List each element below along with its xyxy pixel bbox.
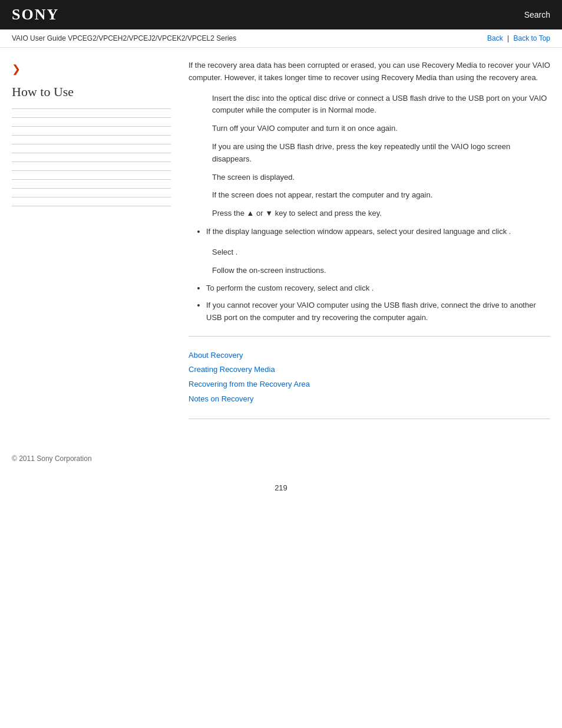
nav-separator: | <box>507 34 509 42</box>
nav-links: Back | Back to Top <box>487 34 550 42</box>
content-indented-8: Follow the on-screen instructions. <box>212 265 550 277</box>
related-links: About RecoveryCreating Recovery MediaRec… <box>189 348 550 407</box>
sidebar-divider-2 <box>12 117 171 118</box>
back-to-top-link[interactable]: Back to Top <box>514 34 550 42</box>
related-link-notes-on-recovery[interactable]: Notes on Recovery <box>189 392 550 407</box>
sony-logo: SONY <box>12 6 59 24</box>
content-indented-5: If the screen does not appear, restart t… <box>212 189 550 202</box>
sidebar-divider-11 <box>12 197 171 197</box>
sidebar: ❯ How to Use <box>12 60 183 431</box>
content-indented-1: Insert the disc into the optical disc dr… <box>212 93 550 117</box>
content-divider-top <box>189 336 550 337</box>
related-link-about-recovery[interactable]: About Recovery <box>189 348 550 363</box>
bullet-list-1: If the display language selection window… <box>206 226 550 238</box>
content-area: If the recovery area data has been corru… <box>183 60 550 431</box>
sidebar-divider-4 <box>12 135 171 136</box>
content-indented-3: If you are using the USB flash drive, pr… <box>212 141 550 166</box>
related-link-creating-recovery-media[interactable]: Creating Recovery Media <box>189 363 550 377</box>
nav-bar: VAIO User Guide VPCEG2/VPCEH2/VPCEJ2/VPC… <box>0 29 562 48</box>
sidebar-divider-9 <box>12 179 171 180</box>
content-indented-4: The screen is displayed. <box>212 172 550 184</box>
content-indented-6: Press the ▲ or ▼ key to select and press… <box>212 207 550 220</box>
sidebar-divider-5 <box>12 144 171 144</box>
page-number: 219 <box>0 475 562 501</box>
chevron-icon: ❯ <box>12 62 171 75</box>
content-divider-bottom <box>189 419 550 419</box>
bullet-list-2: To perform the custom recovery, select a… <box>206 282 550 324</box>
search-button[interactable]: Search <box>524 10 550 19</box>
sidebar-divider-7 <box>12 162 171 162</box>
main-layout: ❯ How to Use If the recovery area data h… <box>0 48 562 443</box>
site-header: SONY Search <box>0 0 562 29</box>
bullet-item-3: If you cannot recover your VAIO computer… <box>206 299 550 324</box>
sidebar-divider-1 <box>12 108 171 109</box>
content-para-1: If the recovery area data has been corru… <box>189 60 550 84</box>
related-link-recovering-from-the-recovery-area[interactable]: Recovering from the Recovery Area <box>189 377 550 392</box>
content-indented-2: Turn off your VAIO computer and turn it … <box>212 123 550 135</box>
copyright-text: © 2011 Sony Corporation <box>12 454 92 463</box>
sidebar-divider-12 <box>12 206 171 206</box>
bullet-item-2: To perform the custom recovery, select a… <box>206 282 550 295</box>
back-link[interactable]: Back <box>487 34 503 42</box>
sidebar-divider-3 <box>12 126 171 127</box>
bullet-item-1: If the display language selection window… <box>206 226 550 238</box>
sidebar-divider-8 <box>12 170 171 171</box>
breadcrumb: VAIO User Guide VPCEG2/VPCEH2/VPCEJ2/VPC… <box>12 34 236 42</box>
footer: © 2011 Sony Corporation <box>0 443 562 475</box>
sidebar-divider-6 <box>12 153 171 153</box>
sidebar-title: How to Use <box>12 84 171 100</box>
content-indented-7: Select . <box>212 246 550 259</box>
sidebar-divider-10 <box>12 188 171 189</box>
